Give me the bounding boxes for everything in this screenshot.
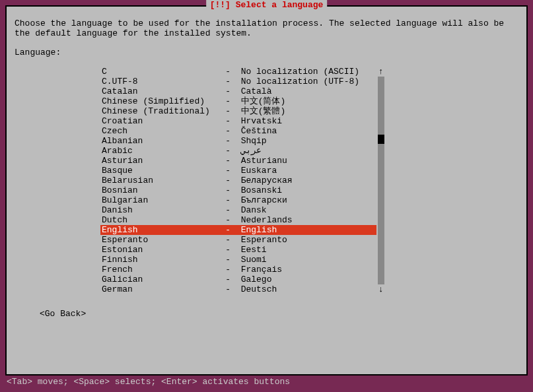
language-option[interactable]: Chinese (Simplified) - 中文(简体): [100, 96, 376, 106]
help-bar: <Tab> moves; <Space> selects; <Enter> ac…: [5, 376, 528, 387]
language-option[interactable]: French - Français: [100, 265, 376, 275]
scroll-up-icon[interactable]: ↑: [378, 67, 384, 77]
language-option[interactable]: Bulgarian - Български: [100, 195, 376, 205]
go-back-button[interactable]: <Go Back>: [40, 309, 518, 319]
language-option[interactable]: Croatian - Hrvatski: [100, 116, 376, 126]
language-option[interactable]: Dutch - Nederlands: [100, 215, 376, 225]
scroll-thumb[interactable]: [378, 135, 384, 144]
scrollbar[interactable]: ↑ ↓: [378, 67, 384, 294]
language-option[interactable]: Esperanto - Esperanto: [100, 235, 376, 245]
language-option[interactable]: Estonian - Eesti: [100, 245, 376, 255]
field-label: Language:: [15, 48, 518, 57]
dialog-title: [!!] Select a language: [206, 0, 328, 10]
language-option[interactable]: Belarusian - Беларуская: [100, 176, 376, 185]
scroll-track[interactable]: [378, 77, 384, 284]
scroll-down-icon[interactable]: ↓: [378, 284, 384, 294]
language-option[interactable]: C - No localization (ASCII): [100, 67, 376, 77]
language-option[interactable]: English - English: [100, 225, 376, 235]
language-option[interactable]: Czech - Čeština: [100, 126, 376, 136]
language-option[interactable]: Chinese (Traditional) - 中文(繁體): [100, 106, 376, 116]
language-option[interactable]: C.UTF-8 - No localization (UTF-8): [100, 77, 376, 86]
language-option[interactable]: Finnish - Suomi: [100, 255, 376, 265]
language-option[interactable]: German - Deutsch: [100, 284, 376, 294]
dialog-instruction: Choose the language to be used for the i…: [15, 18, 518, 38]
language-option[interactable]: Bosnian - Bosanski: [100, 185, 376, 195]
language-option[interactable]: Arabic - عربي: [100, 146, 376, 156]
language-dialog: [!!] Select a language Choose the langua…: [5, 5, 528, 376]
language-option[interactable]: Asturian - Asturianu: [100, 156, 376, 166]
language-option[interactable]: Catalan - Català: [100, 86, 376, 96]
language-option[interactable]: Albanian - Shqip: [100, 136, 376, 146]
language-list[interactable]: C - No localization (ASCII)C.UTF-8 - No …: [100, 67, 376, 294]
language-option[interactable]: Basque - Euskara: [100, 166, 376, 176]
language-option[interactable]: Galician - Galego: [100, 275, 376, 284]
language-option[interactable]: Danish - Dansk: [100, 205, 376, 215]
